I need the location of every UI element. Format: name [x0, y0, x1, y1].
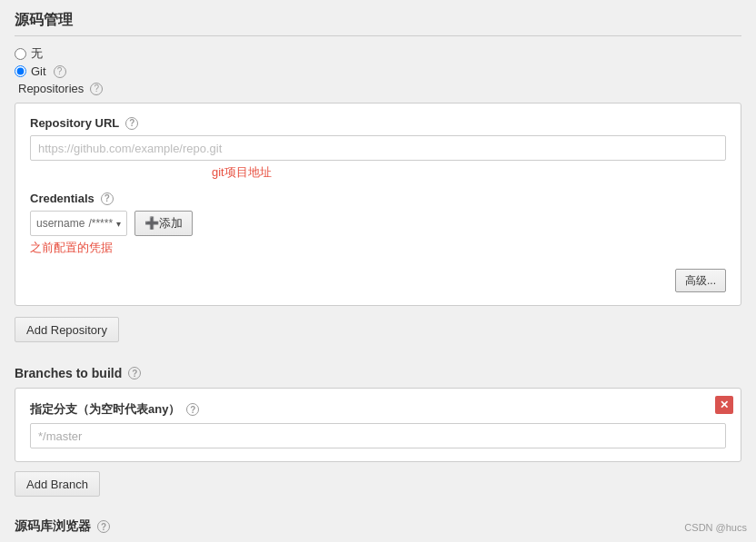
radio-none-label[interactable]: 无	[31, 45, 43, 62]
branch-specifier-label: 指定分支（为空时代表any） ?	[30, 401, 726, 418]
radio-row-git: Git ?	[15, 64, 741, 78]
credentials-help-icon[interactable]: ?	[101, 192, 114, 205]
repository-url-label: Repository URL ?	[30, 116, 726, 130]
add-branch-button[interactable]: Add Branch	[15, 471, 100, 497]
credentials-annotation: 之前配置的凭据	[30, 240, 726, 256]
branches-section: Branches to build ? ✕ 指定分支（为空时代表any） ? A…	[15, 366, 741, 508]
watermark: CSDN @hucs	[684, 522, 747, 533]
advanced-button[interactable]: 高级...	[675, 269, 726, 292]
delete-branch-button[interactable]: ✕	[715, 396, 733, 414]
advanced-row: 高级...	[30, 269, 726, 292]
repo-url-annotation: git项目地址	[212, 164, 726, 181]
add-credentials-button[interactable]: ➕添加	[134, 211, 193, 236]
add-repository-button[interactable]: Add Repository	[15, 317, 119, 342]
credentials-row: username /***** ▾ ➕添加	[30, 211, 726, 236]
branch-specifier-help-icon[interactable]: ?	[186, 403, 199, 416]
browser-label: 源码库浏览器 ?	[15, 518, 741, 535]
credentials-section: Credentials ? username /***** ▾ ➕添加 之前配置…	[30, 192, 726, 256]
repository-url-card: Repository URL ? git项目地址 Credentials ? u…	[15, 103, 741, 306]
browser-help-icon[interactable]: ?	[97, 520, 110, 533]
radio-none[interactable]	[15, 48, 26, 60]
branch-card: ✕ 指定分支（为空时代表any） ?	[15, 388, 741, 462]
repository-url-input[interactable]	[30, 135, 726, 161]
credentials-select[interactable]: username /***** ▾	[30, 211, 127, 236]
repo-url-wrapper: git项目地址	[30, 135, 726, 181]
radio-git-label[interactable]: Git	[31, 64, 46, 78]
credentials-arrow: ▾	[116, 219, 121, 229]
branch-specifier-input[interactable]	[30, 423, 726, 448]
radio-row-none: 无	[15, 45, 741, 62]
browser-section: 源码库浏览器 ? （自动）	[15, 518, 741, 542]
repositories-label: Repositories ?	[18, 82, 741, 95]
page-container: 源码管理 无 Git ? Repositories ? Repository U…	[0, 0, 756, 542]
credentials-label: Credentials ?	[30, 192, 726, 205]
branches-header: Branches to build ?	[15, 366, 741, 380]
git-help-icon[interactable]: ?	[54, 65, 66, 78]
repo-url-help-icon[interactable]: ?	[125, 117, 138, 130]
repositories-help-icon[interactable]: ?	[90, 83, 103, 95]
radio-git[interactable]	[15, 65, 26, 77]
add-repository-section: Add Repository	[15, 317, 741, 353]
radio-group: 无 Git ?	[15, 45, 741, 78]
branches-help-icon[interactable]: ?	[128, 367, 141, 379]
page-title: 源码管理	[15, 11, 741, 36]
